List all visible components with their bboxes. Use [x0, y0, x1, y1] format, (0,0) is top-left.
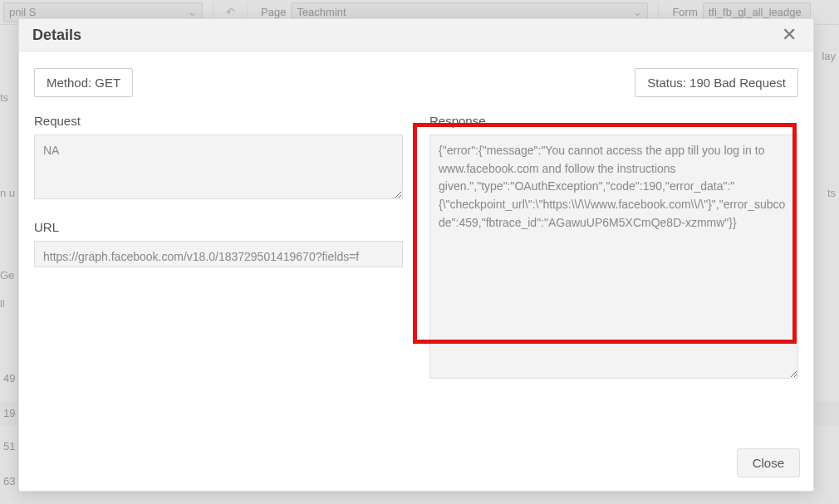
left-column: Request URL — [34, 114, 403, 381]
modal-columns: Request URL Response — [34, 114, 798, 381]
request-label: Request — [34, 114, 403, 128]
modal-title: Details — [32, 27, 81, 44]
response-textarea[interactable] — [429, 135, 798, 379]
badge-row: Method: GET Status: 190 Bad Request — [34, 68, 798, 97]
modal-body: Method: GET Status: 190 Bad Request Requ… — [19, 51, 813, 442]
url-label: URL — [34, 220, 403, 234]
status-badge: Status: 190 Bad Request — [635, 68, 798, 97]
close-button[interactable]: Close — [737, 448, 800, 477]
modal-header: Details ✕ — [19, 19, 813, 51]
modal-footer: Close — [19, 442, 813, 491]
close-icon[interactable]: ✕ — [778, 26, 800, 44]
request-textarea[interactable] — [34, 135, 403, 199]
response-label: Response — [429, 114, 798, 128]
details-modal: Details ✕ Method: GET Status: 190 Bad Re… — [18, 18, 814, 492]
url-textarea[interactable] — [34, 241, 403, 267]
method-badge: Method: GET — [34, 68, 133, 97]
right-column: Response — [429, 114, 798, 381]
